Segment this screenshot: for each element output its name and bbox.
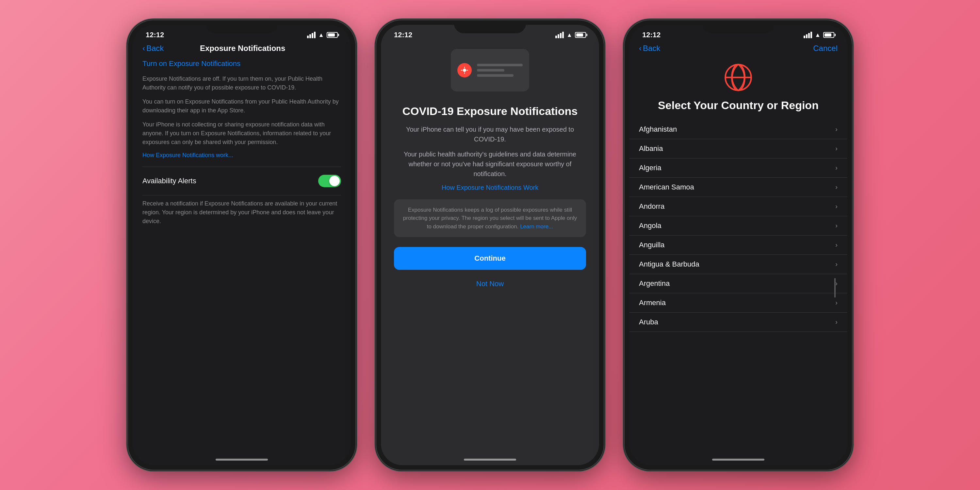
notif-line-3 — [477, 74, 514, 77]
privacy-text: Exposure Notifications keeps a log of po… — [403, 207, 577, 230]
screen-content-1: Turn on Exposure Notifications Exposure … — [133, 56, 351, 456]
country-item-1[interactable]: Albania › — [629, 139, 847, 158]
country-item-10[interactable]: Aruba › — [629, 313, 847, 332]
body-text-1a: Exposure Notifications are off. If you t… — [142, 75, 341, 92]
toggle-row-1: Availability Alerts — [142, 170, 341, 192]
status-icons-3: ▲ — [803, 32, 834, 38]
notif-lines — [477, 64, 523, 77]
home-indicator-3 — [712, 459, 764, 461]
chevron-icon-7: › — [835, 260, 838, 268]
learn-more-link[interactable]: Learn more... — [520, 223, 553, 230]
country-name-3: American Samoa — [639, 183, 694, 191]
country-header: Select Your Country or Region — [629, 56, 847, 120]
toggle-label-1: Availability Alerts — [142, 177, 196, 185]
continue-button[interactable]: Continue — [394, 247, 586, 270]
divider-1 — [142, 167, 341, 167]
signal-bar-2 — [309, 34, 311, 38]
country-item-0[interactable]: Afghanistan › — [629, 120, 847, 139]
chevron-icon-4: › — [835, 202, 838, 210]
back-label-1[interactable]: Back — [146, 44, 164, 53]
chevron-icon-10: › — [835, 318, 838, 326]
home-indicator-1 — [216, 459, 268, 461]
chevron-left-icon-1: ‹ — [142, 44, 145, 53]
back-button-1[interactable]: ‹ Back — [142, 44, 164, 53]
country-name-10: Aruba — [639, 318, 658, 326]
availability-toggle[interactable] — [318, 175, 341, 187]
wifi-icon-1: ▲ — [318, 32, 324, 38]
wifi-icon-3: ▲ — [815, 32, 821, 38]
body-text-1c: Your iPhone is not collecting or sharing… — [142, 120, 341, 147]
status-time-1: 12:12 — [146, 31, 164, 39]
country-name-6: Anguilla — [639, 241, 665, 249]
back-button-3[interactable]: ‹ Back — [639, 44, 660, 53]
notification-illustration — [451, 49, 529, 91]
globe-icon — [724, 63, 753, 92]
country-item-5[interactable]: Angola › — [629, 216, 847, 235]
country-name-8: Argentina — [639, 279, 670, 288]
screen2-content: COVID-19 Exposure Notifications Your iPh… — [381, 43, 599, 456]
nav-bar-3: ‹ Back Cancel — [629, 43, 847, 56]
chevron-icon-1: › — [835, 145, 838, 152]
toggle-description: Receive a notification if Exposure Notif… — [142, 199, 341, 226]
notif-line-2 — [477, 69, 504, 72]
svg-point-0 — [463, 68, 466, 72]
country-item-2[interactable]: Algeria › — [629, 158, 847, 178]
how-link-2[interactable]: How Exposure Notifications Work — [442, 184, 538, 191]
not-now-button[interactable]: Not Now — [473, 276, 507, 291]
country-item-7[interactable]: Antigua & Barbuda › — [629, 255, 847, 274]
scroll-indicator — [834, 278, 835, 298]
screen-3: 12:12 ▲ ‹ Back Cancel — [629, 25, 847, 465]
phone-2: 12:12 ▲ — [375, 20, 605, 470]
back-label-3[interactable]: Back — [643, 44, 660, 53]
chevron-icon-0: › — [835, 126, 838, 133]
screen2-title: COVID-19 Exposure Notifications — [402, 105, 578, 118]
screen-2: 12:12 ▲ — [381, 25, 599, 465]
country-name-7: Antigua & Barbuda — [639, 260, 699, 269]
country-name-4: Andorra — [639, 202, 665, 211]
notif-line-1 — [477, 64, 523, 66]
country-item-4[interactable]: Andorra › — [629, 197, 847, 216]
notch-3 — [702, 20, 774, 33]
nav-title-1: Exposure Notifications — [200, 44, 285, 53]
cancel-button-3[interactable]: Cancel — [813, 44, 838, 53]
chevron-icon-5: › — [835, 222, 838, 229]
body-text-1b: You can turn on Exposure Notifications f… — [142, 97, 341, 115]
nav-bar-1: ‹ Back Exposure Notifications — [133, 43, 351, 56]
chevron-icon-9: › — [835, 299, 838, 306]
screen2-body-1: Your iPhone can tell you if you may have… — [394, 124, 586, 144]
signal-bar-3 — [312, 33, 313, 38]
how-link-1[interactable]: How Exposure Notifications work... — [142, 152, 341, 159]
toggle-knob-1 — [329, 176, 340, 186]
country-name-1: Albania — [639, 145, 663, 153]
status-time-2: 12:12 — [394, 31, 412, 39]
status-icons-1: ▲ — [307, 32, 338, 38]
country-page-title: Select Your Country or Region — [658, 99, 819, 112]
notch-1 — [206, 20, 278, 33]
country-list[interactable]: Afghanistan › Albania › Algeria › Americ… — [629, 120, 847, 456]
status-icons-2: ▲ — [555, 32, 586, 38]
country-name-9: Armenia — [639, 299, 666, 307]
country-item-9[interactable]: Armenia › — [629, 293, 847, 313]
wifi-icon-2: ▲ — [566, 32, 572, 38]
screen2-body-2: Your public health authority's guideline… — [394, 149, 586, 179]
country-item-6[interactable]: Anguilla › — [629, 235, 847, 255]
phone-1: 12:12 ▲ ‹ Back Exposure Notificatio — [127, 20, 356, 470]
signal-bar-4 — [314, 32, 315, 38]
country-name-0: Afghanistan — [639, 125, 677, 134]
country-name-2: Algeria — [639, 164, 661, 172]
home-indicator-2 — [464, 459, 516, 461]
country-name-5: Angola — [639, 221, 662, 230]
country-item-3[interactable]: American Samoa › — [629, 178, 847, 197]
signal-bars-2 — [555, 32, 564, 38]
privacy-box: Exposure Notifications keeps a log of po… — [394, 199, 586, 237]
screen-1: 12:12 ▲ ‹ Back Exposure Notificatio — [133, 25, 351, 465]
chevron-icon-8: › — [835, 280, 838, 287]
signal-bars-1 — [307, 32, 315, 38]
sun-icon — [461, 66, 468, 74]
country-item-8[interactable]: Argentina › — [629, 274, 847, 293]
chevron-left-icon-3: ‹ — [639, 44, 641, 53]
turn-on-link[interactable]: Turn on Exposure Notifications — [142, 59, 341, 68]
phone-3: 12:12 ▲ ‹ Back Cancel — [624, 20, 853, 470]
signal-bar-1 — [307, 36, 309, 38]
notif-icon — [457, 63, 472, 78]
